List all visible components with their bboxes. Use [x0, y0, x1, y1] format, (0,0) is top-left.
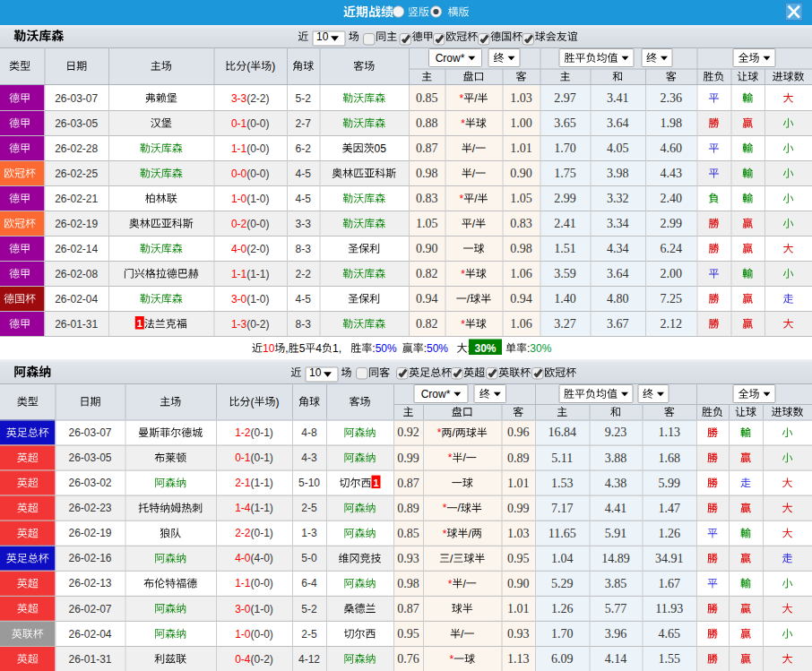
- svg-text:,: ,: [285, 342, 288, 355]
- svg-text:1.26: 1.26: [551, 602, 574, 615]
- svg-text:2.12: 2.12: [661, 317, 683, 331]
- svg-text:26-02-14: 26-02-14: [55, 243, 98, 255]
- svg-text:4.60: 4.60: [661, 142, 683, 155]
- svg-text:3.67: 3.67: [607, 317, 629, 331]
- svg-text:*: *: [449, 653, 454, 666]
- svg-text:4-12: 4-12: [298, 653, 320, 666]
- svg-text:(0-0): (0-0): [246, 117, 269, 130]
- svg-text:2-2: 2-2: [296, 268, 312, 280]
- svg-text:(1-1): (1-1): [251, 502, 273, 514]
- svg-text:16.84: 16.84: [548, 426, 576, 439]
- svg-text:5.77: 5.77: [605, 602, 627, 615]
- svg-text:4.80: 4.80: [607, 292, 629, 305]
- svg-text:26-02-23: 26-02-23: [68, 502, 111, 514]
- svg-text:(: (: [246, 60, 250, 73]
- svg-text:(2-0): (2-0): [246, 243, 269, 255]
- svg-text:0.94: 0.94: [510, 292, 532, 305]
- svg-text:(1-0): (1-0): [251, 603, 273, 615]
- svg-text:26-02-19: 26-02-19: [68, 527, 111, 539]
- svg-text:1.67: 1.67: [659, 577, 681, 590]
- svg-text:3.64: 3.64: [607, 267, 629, 280]
- svg-text:4-3: 4-3: [301, 452, 317, 464]
- svg-text:0-2: 0-2: [231, 218, 247, 230]
- svg-text:2.00: 2.00: [661, 267, 683, 280]
- svg-text:1.03: 1.03: [507, 527, 530, 540]
- svg-text:*: *: [448, 578, 453, 590]
- svg-text:4-0: 4-0: [235, 552, 251, 564]
- svg-text:2-1: 2-1: [235, 477, 251, 489]
- svg-text:1-1: 1-1: [235, 577, 251, 589]
- svg-text:*: *: [443, 502, 447, 514]
- svg-text:1.05: 1.05: [510, 192, 532, 205]
- svg-text:1.13: 1.13: [659, 426, 681, 439]
- svg-text:1.40: 1.40: [554, 292, 576, 305]
- svg-text:0.93: 0.93: [507, 627, 530, 641]
- svg-text:(0-0): (0-0): [246, 218, 269, 230]
- svg-text:3.27: 3.27: [554, 317, 576, 331]
- svg-text:(1-0): (1-0): [246, 193, 269, 205]
- svg-text:1.47: 1.47: [659, 502, 681, 515]
- svg-text:(4-0): (4-0): [251, 552, 273, 564]
- svg-text:1.04: 1.04: [551, 552, 574, 565]
- svg-text:1.53: 1.53: [551, 477, 574, 490]
- svg-text:3.88: 3.88: [605, 452, 627, 465]
- svg-text:14.89: 14.89: [601, 552, 630, 565]
- svg-text:1.03: 1.03: [510, 91, 532, 105]
- svg-text:(0-1): (0-1): [251, 527, 273, 539]
- svg-text:1.01: 1.01: [507, 477, 530, 490]
- svg-text:(0-0): (0-0): [251, 577, 273, 589]
- svg-text:1-3: 1-3: [231, 318, 247, 331]
- svg-text:1.75: 1.75: [554, 167, 576, 180]
- svg-text:5-0: 5-0: [301, 552, 317, 564]
- svg-text:1.01: 1.01: [507, 602, 530, 615]
- svg-text:5.91: 5.91: [605, 527, 627, 540]
- svg-text:0.99: 0.99: [397, 452, 419, 465]
- svg-text:4-5: 4-5: [296, 193, 312, 205]
- svg-text:1.70: 1.70: [554, 142, 576, 155]
- svg-text:26-02-04: 26-02-04: [68, 628, 111, 641]
- svg-text:0.87: 0.87: [397, 602, 419, 615]
- svg-text:0.96: 0.96: [507, 426, 530, 439]
- svg-text:0-0: 0-0: [231, 168, 247, 180]
- svg-text:4.41: 4.41: [605, 502, 627, 515]
- svg-text:26-03-05: 26-03-05: [68, 452, 111, 464]
- svg-text:26-02-25: 26-02-25: [55, 168, 98, 180]
- svg-text:0.98: 0.98: [510, 242, 532, 255]
- svg-text:26-02-28: 26-02-28: [55, 142, 98, 155]
- svg-text:0.87: 0.87: [397, 477, 419, 490]
- svg-text:(0-2): (0-2): [246, 318, 269, 331]
- svg-text:3.34: 3.34: [607, 217, 629, 230]
- svg-text:3-0: 3-0: [231, 293, 247, 305]
- svg-text:1.70: 1.70: [551, 627, 574, 641]
- svg-text:7.25: 7.25: [661, 292, 683, 305]
- svg-text:0.83: 0.83: [416, 192, 438, 205]
- svg-text:4.34: 4.34: [607, 242, 629, 255]
- svg-text:2-2: 2-2: [235, 527, 251, 539]
- svg-text:3.85: 3.85: [605, 577, 627, 590]
- svg-text:1.00: 1.00: [510, 116, 532, 130]
- svg-text:1-1: 1-1: [231, 142, 247, 155]
- svg-text:0.92: 0.92: [397, 426, 419, 439]
- svg-text:*: *: [461, 117, 465, 130]
- svg-text:*: *: [460, 92, 464, 105]
- svg-text:34.91: 34.91: [655, 552, 684, 565]
- svg-text:26-01-31: 26-01-31: [55, 318, 98, 331]
- svg-text:(0-0): (0-0): [251, 628, 273, 641]
- svg-text:3.41: 3.41: [607, 91, 629, 105]
- svg-text:0.83: 0.83: [510, 217, 532, 230]
- svg-text:1.05: 1.05: [416, 217, 438, 230]
- svg-text:Crow*: Crow*: [421, 388, 451, 400]
- svg-text:2.40: 2.40: [661, 192, 683, 205]
- svg-text:5-2: 5-2: [296, 92, 312, 105]
- svg-text:(1-1): (1-1): [251, 477, 273, 489]
- svg-text:0.95: 0.95: [507, 552, 530, 565]
- svg-text:1.13: 1.13: [507, 652, 530, 666]
- svg-text:0-4: 0-4: [235, 653, 251, 666]
- svg-text:30%: 30%: [530, 342, 551, 355]
- svg-text:5-10: 5-10: [298, 477, 320, 489]
- svg-text:0-1: 0-1: [235, 452, 251, 464]
- svg-text:*: *: [448, 452, 453, 464]
- svg-text:5.29: 5.29: [551, 577, 574, 590]
- svg-text:26-03-02: 26-03-02: [68, 477, 111, 489]
- svg-text:3.64: 3.64: [607, 116, 629, 130]
